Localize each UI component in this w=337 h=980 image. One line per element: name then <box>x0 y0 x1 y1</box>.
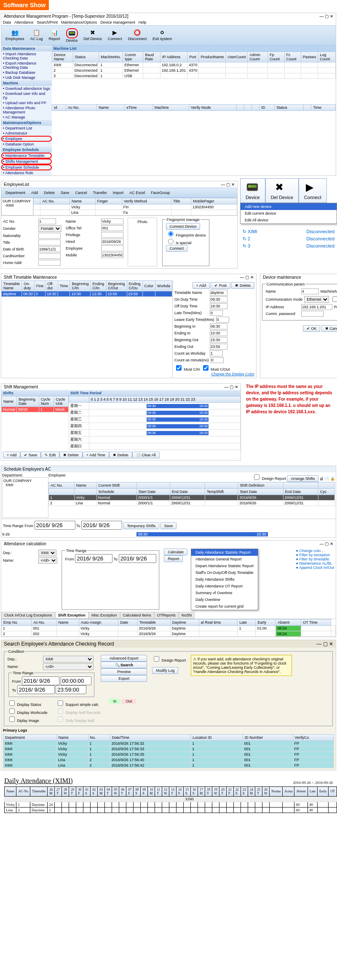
connect-btn[interactable]: Connect <box>166 245 188 252</box>
gender-select[interactable]: Female <box>38 225 62 232</box>
timetable-window: Shift Timetable Maintenance— ▢ ✕ Timetab… <box>1 274 257 378</box>
tree-item[interactable]: • Attendance Rule <box>1 170 52 175</box>
exit system-icon: ⭘ <box>158 28 166 37</box>
export-btn[interactable]: Export <box>101 675 147 682</box>
main-window: Attendance Management Program - [Temp-Su… <box>1 13 336 176</box>
preview-btn[interactable]: Preview <box>101 668 147 675</box>
connect-icon: ▶ <box>111 28 119 37</box>
sched-save-btn[interactable]: Save <box>160 522 177 529</box>
report-btn[interactable]: Report <box>164 555 183 562</box>
employee-list-window: EmployeeList— ▢ ✕ DepartmentAddDeleteSav… <box>1 181 238 269</box>
app-title: Attendance Management Program - [Temp-Su… <box>4 14 128 19</box>
device-icon: 📟 <box>66 28 78 38</box>
menu-attendance[interactable]: Attendance <box>14 20 34 24</box>
window-controls[interactable]: — ▢ ✕ <box>319 14 333 19</box>
sched-ac-window: Schedule Employee's AC Department: OUR C… <box>1 466 336 538</box>
menu-data[interactable]: Data <box>3 20 11 24</box>
tb-employees[interactable]: 👥Employees <box>3 27 27 43</box>
connect-device-btn[interactable]: Connect Device <box>166 223 201 230</box>
shift-period-grid: 0 1 2 3 4 5 6 7 8 9 10 11 12 13 14 15 16… <box>69 396 241 450</box>
tree-item[interactable]: • Employee <box>1 136 52 142</box>
ok-btn[interactable]: ✔ OK <box>303 325 321 332</box>
tb-device[interactable]: 📟Device <box>64 27 80 43</box>
menu-help[interactable]: Help <box>139 20 147 24</box>
modify-log-btn[interactable]: Modify Log <box>152 667 178 674</box>
logs-table: DepartmentNameNo.Date/TimeLocation IDID … <box>3 734 334 768</box>
tree-item[interactable]: • Download user info and Fp <box>1 91 52 100</box>
panel-maint-opt: Maintenance/Options <box>1 120 52 126</box>
tt-post[interactable]: ✔ Post <box>211 282 230 289</box>
shift-mgmt-window: Shift Management— ▢ ✕ Shifts NameBeginni… <box>1 383 241 460</box>
device-maint-window: Device maintenance✕ Communication param … <box>260 274 337 378</box>
menu-device management[interactable]: Device management <box>100 20 135 24</box>
tree-item[interactable]: • Upload user info and FP <box>1 100 52 105</box>
tb-exit system[interactable]: ⭘Exit system <box>150 27 174 43</box>
tree-item[interactable]: • Attendance Photo Management <box>1 105 52 115</box>
big-device[interactable]: 📟Device <box>240 178 265 203</box>
tt-add[interactable]: + Add <box>193 282 210 289</box>
tb-report[interactable]: 📊Report <box>46 27 63 43</box>
calc-table: Emp No.Ac-No.NameAuto-AssignDateTimetabl… <box>1 619 336 637</box>
tree-item[interactable]: • AC Manage <box>1 115 52 120</box>
ip-note: The IP address must the same as your dev… <box>243 381 337 463</box>
tt-del[interactable]: ✖ Delete <box>231 282 254 289</box>
doc-header: Software Show <box>0 0 49 10</box>
panel-emp-sched: Employee Schedule <box>1 147 52 153</box>
tree-item[interactable]: • Usb Disk Manage <box>1 75 52 80</box>
device-zoom: 📟Device✖Del Device▶Connect Add new devic… <box>240 178 337 271</box>
tree-item[interactable]: • Employee Schedule <box>1 164 52 170</box>
tree-item[interactable]: • Database Option <box>1 142 52 147</box>
ac-input[interactable] <box>38 218 56 224</box>
tb-connect[interactable]: ▶Connect <box>105 27 125 43</box>
detail-table: IdAc-No.NamesTimeMachineVerify ModeIDSta… <box>52 104 336 111</box>
dept-tree[interactable]: OUR COMPANY XIMI <box>2 477 48 518</box>
report-menu: Daily Attendance Statistic ReportAttenda… <box>191 549 258 610</box>
tb-del device[interactable]: ✖Del Device <box>81 27 105 43</box>
photo-box: Photo <box>128 218 157 267</box>
tree-item[interactable]: • Administrator <box>1 131 52 136</box>
panel-data-maint: Data Maintenance <box>1 46 52 51</box>
employees-icon: 👥 <box>11 28 19 37</box>
calc-window: Attendance calculation— ▢ ✕ Dep.:XIMI Na… <box>1 540 336 637</box>
tree-item[interactable]: • Shifts Management <box>1 159 52 164</box>
del device-icon: ✖ <box>88 28 97 37</box>
menu-search/print[interactable]: Search/Print <box>37 20 58 24</box>
sched-table: AC No.NameCurrent ShiftShift DefinitionS… <box>48 482 335 506</box>
big-connect[interactable]: ▶Connect <box>299 178 327 203</box>
add-device-item[interactable]: Add new device <box>241 203 337 210</box>
big-del device[interactable]: ✖Del Device <box>265 178 299 203</box>
panel-machine: Machine <box>1 80 52 86</box>
menu-maintenance/options[interactable]: Maintenance/Options <box>61 20 97 24</box>
arrange-btn[interactable]: Arrange Shifts <box>287 475 318 482</box>
cancel-btn[interactable]: ✖ Cancel <box>321 325 337 332</box>
tb-ac log[interactable]: 📋AC Log <box>28 27 45 43</box>
search-btn[interactable]: 🔍 Search <box>101 662 147 668</box>
sidebar: Data Maintenance • Import Attendance Che… <box>1 46 52 175</box>
calculate-btn[interactable]: Calculate <box>164 549 187 555</box>
tree-item[interactable]: • Backup Database <box>1 70 52 75</box>
change-color-link[interactable]: Change the Display Color <box>174 372 254 376</box>
tree-item[interactable]: • Export Attendance Checking Data <box>1 61 52 70</box>
tree-item[interactable]: • Download attendance logs <box>1 86 52 91</box>
tree-item[interactable]: • Maintenance Timetable <box>1 153 52 159</box>
machine-list-header: Machine List <box>52 46 336 51</box>
daily-report: Daily Attendance (XIMI) 2016-09-26 -- 20… <box>0 773 337 817</box>
report-icon: 📊 <box>50 28 59 37</box>
main-panel: Machine List Device NameStatusMachineNo.… <box>52 46 336 175</box>
device-dropdown: Add new device Edit current device Edit … <box>240 203 337 224</box>
ac log-icon: 📋 <box>32 28 41 37</box>
temp-shifts-btn[interactable]: Temporary Shifts <box>123 522 160 529</box>
title-bar: Attendance Management Program - [Temp-Su… <box>1 13 336 19</box>
tree-item[interactable]: • Department List <box>1 126 52 131</box>
menu-bar: DataAttendanceSearch/PrintMaintenance/Op… <box>1 19 336 25</box>
tree-item[interactable]: • Import Attendance Checking Data <box>1 51 52 61</box>
company-tree[interactable]: OUR COMPANY -XIMI <box>1 198 33 215</box>
daily-table: NameAC-NoTimetable26 M27 T28 W29 T30 F01… <box>4 786 337 813</box>
machine-list-table: Device NameStatusMachineNo.Comm typeBaud… <box>52 51 336 79</box>
toolbar: 👥Employees📋AC Log📊Report📟Device✖Del Devi… <box>1 25 336 46</box>
edit-device-item[interactable]: Edit current device <box>241 210 337 217</box>
emp-list-table: AC No.NameFingerVerify MethodTitleMobile… <box>33 198 237 215</box>
adv-export-btn[interactable]: Advanced Export <box>101 655 147 662</box>
edit-all-item[interactable]: Edit All device <box>241 217 337 223</box>
tb-disconnect[interactable]: ⭕Disconnect <box>126 27 150 43</box>
